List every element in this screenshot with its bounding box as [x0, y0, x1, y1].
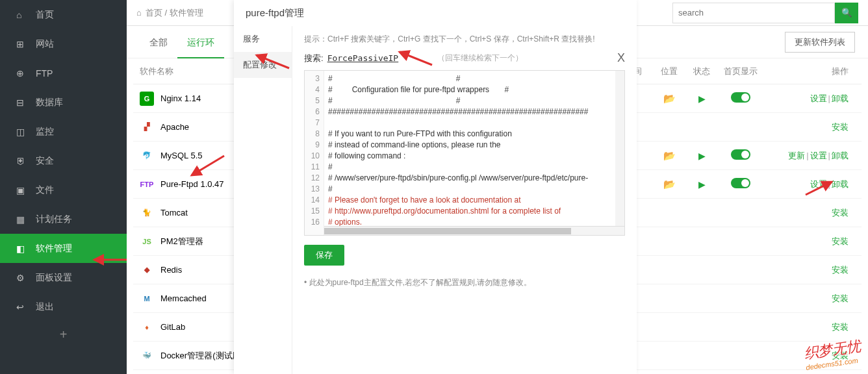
sidebar-item-7[interactable]: ▦计划任务 — [0, 205, 127, 234]
modal-title: pure-ftpd管理 — [234, 0, 637, 26]
col-pos: 📂 — [653, 179, 685, 190]
col-pos: 📂 — [653, 150, 685, 162]
op-link[interactable]: 安装 — [832, 208, 849, 218]
op-link[interactable]: 安装 — [832, 122, 849, 132]
col-home — [718, 149, 763, 162]
folder-icon[interactable]: 📂 — [663, 150, 676, 161]
sidebar-item-5[interactable]: ⛨安全 — [0, 146, 127, 175]
sidebar-item-3[interactable]: ⊟数据库 — [0, 88, 127, 117]
search-button[interactable]: 🔍 — [835, 3, 858, 23]
home-icon: ⌂ — [136, 8, 142, 18]
search-wrap: 🔍 — [672, 3, 858, 23]
play-icon[interactable]: ▶ — [698, 151, 706, 161]
sidebar-icon: ◧ — [16, 243, 28, 254]
th-status: 状态 — [685, 66, 718, 77]
code-editor[interactable]: 345678910111213141516 # ## Configuration… — [304, 70, 625, 236]
sidebar-item-8[interactable]: ◧软件管理 — [0, 234, 127, 263]
sidebar-item-2[interactable]: ⊕FTP — [0, 58, 127, 88]
op-link[interactable]: 安装 — [832, 236, 849, 246]
modal-note: 此处为pure-ftpd主配置文件,若您不了解配置规则,请勿随意修改。 — [304, 277, 625, 288]
sidebar-item-9[interactable]: ⚙面板设置 — [0, 263, 127, 292]
th-op: 操作 — [763, 66, 855, 77]
sidebar-item-1[interactable]: ⊞网站 — [0, 29, 127, 58]
th-home: 首页显示 — [718, 66, 763, 77]
software-name: Memcached — [160, 293, 207, 303]
search-icon: 🔍 — [841, 8, 852, 18]
col-op: 安装 — [763, 321, 855, 333]
op-link[interactable]: 安装 — [832, 322, 849, 332]
modal-tab-1[interactable]: 配置修改 — [234, 52, 292, 78]
editor-hscroll[interactable] — [324, 226, 624, 235]
software-icon: M — [140, 292, 154, 306]
sidebar-icon: ⚙ — [16, 273, 28, 283]
op-link[interactable]: 设置 — [810, 151, 827, 160]
col-home — [718, 92, 763, 105]
main-tabs: 全部运行环 — [140, 26, 224, 58]
search-label: 搜索: — [304, 53, 324, 64]
update-software-list-button[interactable]: 更新软件列表 — [785, 32, 855, 53]
hscroll-thumb[interactable] — [324, 228, 571, 234]
col-op: 设置|卸载 — [763, 93, 855, 105]
editor-gutter: 345678910111213141516 — [305, 71, 324, 235]
sidebar-icon: ⊟ — [16, 97, 28, 108]
software-icon: ▞ — [140, 120, 154, 134]
sidebar-add[interactable]: + — [0, 321, 127, 347]
sidebar-item-label: 监控 — [36, 126, 54, 138]
software-icon: 🐬 — [140, 149, 154, 163]
tab-0[interactable]: 全部 — [140, 26, 177, 58]
sidebar-icon: ⌂ — [16, 10, 28, 20]
sidebar-item-4[interactable]: ◫监控 — [0, 117, 127, 146]
op-link[interactable]: 安装 — [832, 293, 849, 303]
op-link[interactable]: 卸载 — [832, 94, 849, 103]
software-name: Docker管理器(测试版) — [160, 350, 244, 360]
software-name: GitLab — [160, 322, 185, 332]
tab-1[interactable]: 运行环 — [177, 26, 224, 58]
toggle-switch[interactable] — [731, 178, 750, 188]
sidebar-icon: ▣ — [16, 185, 28, 195]
software-name: Redis — [160, 264, 182, 274]
software-name: Apache — [160, 121, 189, 131]
sidebar-item-10[interactable]: ↩退出 — [0, 292, 127, 321]
software-icon: G — [140, 92, 154, 106]
modal-content: 提示：Ctrl+F 搜索关键字，Ctrl+G 查找下一个，Ctrl+S 保存，C… — [292, 26, 637, 374]
sidebar-item-0[interactable]: ⌂首页 — [0, 0, 127, 29]
col-op: 安装 — [763, 264, 855, 276]
software-icon: ♦ — [140, 320, 154, 334]
search-hint: （回车继续检索下一个） — [437, 53, 523, 64]
sidebar-icon: ⊕ — [16, 68, 28, 79]
toggle-switch[interactable] — [731, 149, 750, 160]
op-link[interactable]: 卸载 — [832, 179, 849, 189]
sidebar-item-6[interactable]: ▣文件 — [0, 175, 127, 205]
sidebar-item-label: 数据库 — [36, 97, 63, 108]
sidebar-item-label: 计划任务 — [36, 214, 72, 225]
close-icon[interactable]: X — [617, 51, 625, 65]
op-link[interactable]: 设置 — [810, 179, 827, 189]
save-button[interactable]: 保存 — [304, 245, 344, 266]
editor-vscroll[interactable] — [615, 71, 624, 226]
sidebar-icon: ▦ — [16, 214, 28, 225]
sidebar-icon: ⊞ — [16, 39, 28, 49]
search-input[interactable] — [672, 3, 835, 23]
op-link[interactable]: 卸载 — [832, 151, 849, 160]
software-name: Tomcat — [160, 207, 188, 217]
editor-search-value[interactable]: ForcePassiveIP — [327, 53, 399, 63]
folder-icon[interactable]: 📂 — [663, 93, 676, 104]
th-pos: 位置 — [653, 66, 685, 77]
sidebar-item-label: 网站 — [36, 38, 54, 50]
modal-tab-0[interactable]: 服务 — [234, 26, 292, 52]
software-icon: 🐈 — [140, 206, 154, 220]
col-op: 安装 — [763, 207, 855, 219]
folder-icon[interactable]: 📂 — [663, 179, 676, 190]
op-link[interactable]: 更新 — [788, 151, 805, 160]
editor-code[interactable]: # ## Configuration file for pure-ftpd wr… — [324, 71, 624, 235]
play-icon[interactable]: ▶ — [698, 179, 706, 190]
sidebar-item-label: FTP — [36, 68, 53, 79]
col-status: ▶ — [685, 151, 718, 161]
toggle-switch[interactable] — [731, 92, 750, 103]
col-op: 安装 — [763, 236, 855, 247]
op-link[interactable]: 设置 — [810, 94, 827, 103]
sidebar-item-label: 软件管理 — [36, 243, 72, 255]
op-link[interactable]: 安装 — [832, 265, 849, 275]
play-icon[interactable]: ▶ — [698, 94, 706, 104]
software-icon: FTP — [140, 177, 154, 192]
